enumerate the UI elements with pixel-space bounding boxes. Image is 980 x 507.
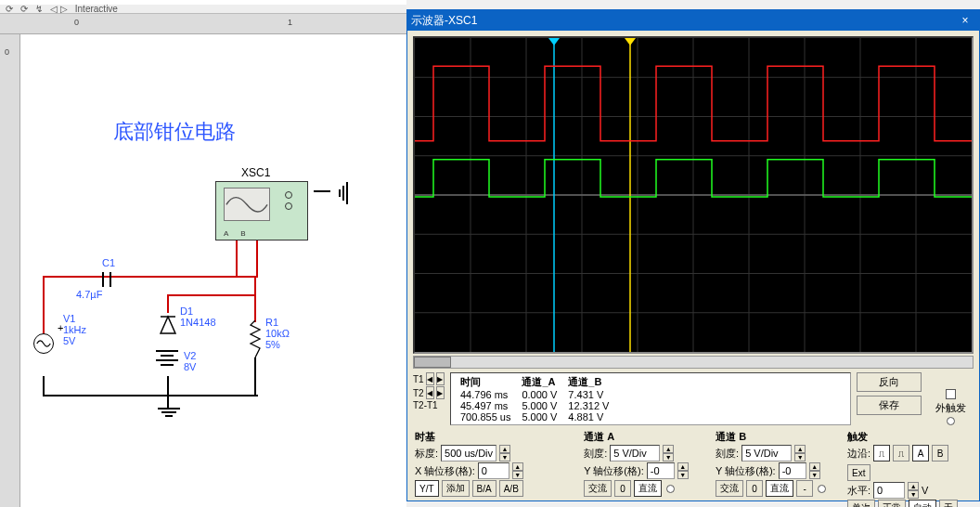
toolbar-mode: Interactive [75, 4, 118, 14]
timebase-title: 时基 [415, 430, 576, 444]
t2-left-arrow[interactable]: ◀ [426, 386, 434, 399]
ext-trig-checkbox[interactable] [946, 389, 956, 399]
ruler-mark: 0 [5, 47, 9, 57]
oscilloscope-window: 示波器-XSC1 × [406, 9, 980, 501]
trig-level-down[interactable]: ▼ [908, 490, 919, 499]
chb-ac-button[interactable]: 交流 [716, 480, 743, 497]
toolbar-glyph: ⟳ [6, 4, 13, 14]
close-button[interactable]: × [955, 12, 975, 29]
wire [236, 240, 238, 278]
timebase-scale-up[interactable]: ▲ [499, 445, 510, 453]
cha-ac-button[interactable]: 交流 [584, 480, 612, 497]
mode-add-button[interactable]: 添加 [442, 480, 470, 497]
trig-auto-button[interactable]: 自动 [909, 500, 936, 507]
chb-scale-down[interactable]: ▼ [794, 453, 806, 462]
cha-yoff-input[interactable]: -0 [647, 462, 675, 479]
c1-ref: C1 [102, 257, 115, 268]
cha-yoff-down[interactable]: ▼ [677, 471, 689, 479]
diode[interactable] [160, 313, 176, 339]
chb-dc-button[interactable]: 直流 [766, 480, 793, 497]
resistor[interactable] [249, 320, 262, 359]
t2-time: 45.497 ms [455, 400, 516, 411]
chb-zero-button[interactable]: 0 [746, 480, 763, 497]
v1-freq: 1kHz [63, 324, 86, 335]
wire [167, 294, 169, 313]
trig-single-button[interactable]: 单次 [847, 500, 875, 507]
chb-scale-input[interactable]: 5 V/Div [741, 445, 792, 462]
trig-level-input[interactable]: 0 [873, 482, 905, 499]
mode-ab-button[interactable]: A/B [499, 480, 523, 497]
svg-marker-0 [161, 317, 175, 333]
oscilloscope-time-scrollbar[interactable] [413, 356, 974, 369]
trig-falling-button[interactable]: ⎍ [893, 445, 909, 462]
dt-time: 700.855 us [455, 411, 516, 422]
mode-ba-button[interactable]: B/A [472, 480, 496, 497]
chb-scale-label: 刻度: [716, 447, 739, 461]
trig-none-button[interactable]: 无 [939, 500, 958, 507]
toolbar-glyph: ⟳ [20, 4, 28, 14]
wire [43, 376, 45, 395]
trig-src-ext-button[interactable]: Ext [847, 464, 870, 481]
trig-normal-button[interactable]: 正常 [878, 500, 906, 507]
save-button[interactable]: 保存 [857, 396, 922, 415]
t2-right-arrow[interactable]: ▶ [436, 386, 445, 399]
dt-a: 5.000 V [516, 411, 562, 422]
cha-scale-up[interactable]: ▲ [663, 445, 674, 453]
cha-scale-down[interactable]: ▼ [663, 453, 674, 462]
r1-value: 10kΩ [265, 328, 290, 339]
trig-level-up[interactable]: ▲ [908, 482, 919, 490]
timebase-xoff-label: X 轴位移(格): [415, 464, 475, 478]
col-chb: 通道_B [562, 375, 614, 389]
oscilloscope-title: 示波器-XSC1 [411, 13, 477, 29]
svg-marker-22 [625, 38, 636, 46]
wire [314, 190, 330, 192]
wire [43, 276, 45, 335]
t1-label: T1 [413, 374, 424, 384]
cha-zero-button[interactable]: 0 [614, 480, 631, 497]
timebase-xoff-down[interactable]: ▼ [512, 471, 523, 479]
toolbar-glyph: ↯ [35, 4, 43, 14]
dc-source[interactable] [156, 350, 178, 366]
trig-edge-label: 边沿: [847, 447, 870, 461]
scope-port-labels: A B [224, 229, 246, 238]
ruler-vertical: 0 [0, 34, 20, 507]
v2-value: 8V [184, 361, 196, 372]
oscilloscope-titlebar[interactable]: 示波器-XSC1 × [407, 10, 979, 31]
chb-yoff-up[interactable]: ▲ [809, 462, 820, 471]
trig-src-a-button[interactable]: A [912, 445, 929, 462]
trig-title: 触发 [847, 430, 972, 444]
trig-src-b-button[interactable]: B [932, 445, 948, 462]
wire [167, 294, 256, 296]
chb-yoff-input[interactable]: -0 [779, 462, 806, 479]
timebase-xoff-input[interactable]: 0 [478, 462, 509, 479]
t1-left-arrow[interactable]: ◀ [426, 372, 434, 385]
oscilloscope-display[interactable] [413, 36, 974, 354]
ground-symbol [158, 408, 180, 421]
t2-b: 12.312 V [562, 400, 614, 411]
oscilloscope-instrument[interactable]: A B [215, 181, 308, 240]
scope-ref-label: XSC1 [241, 166, 270, 179]
chb-minus-button[interactable]: - [796, 480, 813, 497]
t1-right-arrow[interactable]: ▶ [436, 372, 445, 385]
trig-level-label: 水平: [847, 484, 870, 498]
timebase-scale-down[interactable]: ▼ [499, 453, 510, 462]
cha-yoff-up[interactable]: ▲ [677, 462, 689, 471]
chb-title: 通道 B [716, 430, 840, 444]
cha-dc-button[interactable]: 直流 [634, 480, 662, 497]
timebase-scale-input[interactable]: 500 us/Div [441, 445, 496, 462]
reverse-button[interactable]: 反向 [857, 372, 922, 392]
timebase-xoff-up[interactable]: ▲ [512, 462, 523, 471]
d1-value: 1N4148 [180, 317, 216, 328]
col-time: 时间 [455, 375, 516, 389]
channel-a-group: 通道 A 刻度: 5 V/Div ▲▼ Y 轴位移(格): -0 ▲▼ 交流 0… [582, 429, 710, 507]
delta-label: T2-T1 [413, 400, 438, 410]
circuit-title: 底部钳位电路 [113, 118, 236, 146]
trig-rising-button[interactable]: ⎍ [873, 445, 890, 462]
mode-yt-button[interactable]: Y/T [415, 480, 439, 497]
cha-scale-input[interactable]: 5 V/Div [610, 445, 660, 462]
schematic-canvas[interactable]: 底部钳位电路 XSC1 A B [20, 34, 406, 507]
chb-scale-up[interactable]: ▲ [794, 445, 806, 453]
ac-source[interactable] [33, 333, 54, 354]
chb-yoff-down[interactable]: ▼ [809, 471, 820, 479]
scope-terminals [277, 188, 300, 221]
